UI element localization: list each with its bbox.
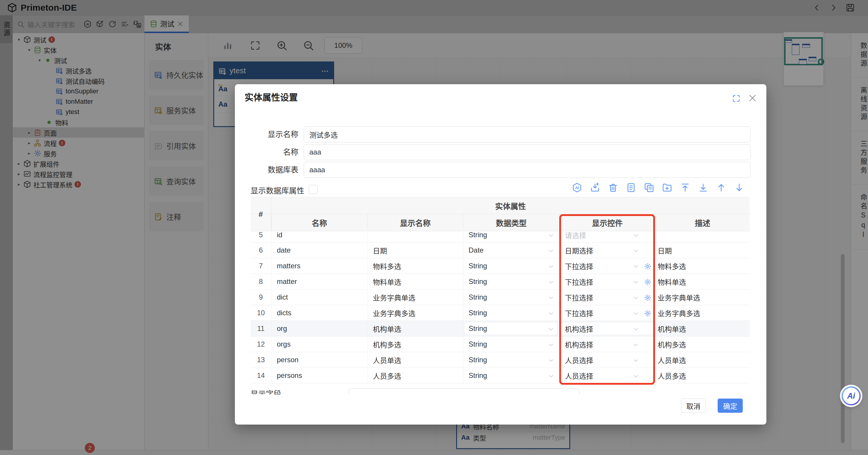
- table-row-dicts[interactable]: 10dicts业务字典多选String下拉选择业务字典多选: [251, 305, 750, 321]
- data-type-select[interactable]: String: [463, 274, 559, 289]
- attr-display-name-cell[interactable]: 人员多选: [367, 368, 463, 383]
- attr-display-name-cell[interactable]: [367, 228, 463, 242]
- data-type-select[interactable]: String: [463, 258, 559, 274]
- control-settings-gear-icon[interactable]: [644, 293, 651, 301]
- attr-display-name-cell[interactable]: 物料单选: [367, 274, 463, 289]
- display-control-select[interactable]: 机构选择: [559, 336, 655, 352]
- display-control-select[interactable]: 请选择: [559, 228, 655, 242]
- table-row-dict[interactable]: 9dict业务字典单选String下拉选择业务字典单选: [251, 290, 750, 305]
- display-control-select[interactable]: 机构选择: [559, 321, 655, 336]
- row-index: 10: [251, 305, 271, 321]
- data-type-select[interactable]: Date: [463, 243, 559, 258]
- folder-plus-button[interactable]: [662, 182, 673, 193]
- table-row-id[interactable]: 5idString请选择: [251, 231, 750, 243]
- attr-display-name-cell[interactable]: 机构单选: [367, 321, 463, 336]
- data-type-select[interactable]: String: [463, 368, 559, 383]
- cropped-field-input[interactable]: [349, 389, 580, 394]
- attr-name-cell[interactable]: persons: [271, 368, 367, 383]
- display-control-select[interactable]: 人员选择: [559, 368, 655, 383]
- table-row-org[interactable]: 11org机构单选String机构选择机构单选: [251, 321, 750, 336]
- control-settings-gear-icon[interactable]: [644, 309, 651, 317]
- gear-icon: [644, 294, 651, 301]
- data-type-select[interactable]: String: [463, 305, 559, 321]
- attr-display-name-cell[interactable]: 业务字典多选: [367, 305, 463, 321]
- display-control-select[interactable]: 下拉选择: [559, 305, 655, 321]
- attr-description-cell[interactable]: 人员单选: [655, 352, 750, 368]
- ok-button[interactable]: 确定: [718, 399, 743, 413]
- table-row-date[interactable]: 6date日期Date日期选择日期: [251, 243, 750, 258]
- arrow-up-button[interactable]: [716, 182, 726, 193]
- import-plus-button[interactable]: [590, 182, 600, 193]
- display-control-select[interactable]: 下拉选择: [559, 290, 655, 305]
- ai-hex-button[interactable]: AI: [572, 182, 582, 193]
- data-type-select[interactable]: String: [463, 321, 559, 336]
- attr-description-cell[interactable]: 机构单选: [655, 321, 750, 336]
- chevron-down-icon: [548, 247, 555, 254]
- attr-description-cell[interactable]: 物料多选: [655, 258, 750, 274]
- close-icon[interactable]: [748, 93, 757, 103]
- chevron-down-icon: [548, 232, 555, 239]
- table-row-orgs[interactable]: 12orgs机构多选String机构选择机构多选: [251, 336, 750, 352]
- display-control-select[interactable]: 人员选择: [559, 352, 655, 368]
- ai-assistant-button[interactable]: Ai: [842, 387, 861, 405]
- attr-display-name-cell[interactable]: 物料多选: [367, 258, 463, 274]
- data-type-select[interactable]: String: [463, 290, 559, 305]
- copy-button[interactable]: [644, 182, 654, 193]
- attr-description-cell[interactable]: 日期: [655, 243, 750, 258]
- cancel-button[interactable]: 取消: [681, 399, 706, 413]
- data-type-select[interactable]: String: [463, 228, 559, 242]
- row-index: 7: [251, 258, 271, 274]
- attr-name-cell[interactable]: id: [271, 228, 367, 242]
- trash-button[interactable]: [608, 182, 618, 193]
- display-control-select[interactable]: 下拉选择: [559, 258, 655, 274]
- table-row-persons[interactable]: 14persons人员多选String人员选择人员多选: [251, 368, 750, 384]
- table-row-person[interactable]: 13person人员单选String人员选择人员单选: [251, 352, 750, 368]
- display-control-select[interactable]: 日期选择: [559, 243, 655, 258]
- arrow-down-bar-icon: [698, 182, 709, 193]
- table-row-matter[interactable]: 8matter物料单选String下拉选择物料单选: [251, 274, 750, 290]
- app-root: Primeton-IDE 资源 输入关键字搜索 AI ▾测试!▾实体▾测试测试多…: [0, 0, 868, 455]
- arrow-up-bar-icon: [680, 182, 690, 193]
- show-db-attr-checkbox[interactable]: [309, 185, 318, 194]
- db-table-label: 数据库表: [235, 162, 299, 178]
- arrow-up-bar-button[interactable]: [680, 182, 690, 193]
- attr-name-cell[interactable]: matter: [271, 274, 367, 289]
- chevron-down-icon: [632, 357, 639, 364]
- data-type-select[interactable]: String: [463, 352, 559, 368]
- arrow-up-icon: [716, 182, 726, 193]
- chevron-down-icon: [632, 279, 639, 286]
- attr-display-name-cell[interactable]: 业务字典单选: [367, 290, 463, 305]
- attr-name-cell[interactable]: org: [271, 321, 367, 336]
- chevron-down-icon: [548, 294, 555, 301]
- display-control-select[interactable]: 下拉选择: [559, 274, 655, 289]
- display-name-field[interactable]: 测试多选: [304, 126, 750, 143]
- attr-name-cell[interactable]: orgs: [271, 336, 367, 352]
- attr-display-name-cell[interactable]: 人员单选: [367, 352, 463, 368]
- arrow-down-bar-button[interactable]: [698, 182, 709, 193]
- trash-icon: [608, 182, 618, 193]
- attr-name-cell[interactable]: dicts: [271, 305, 367, 321]
- control-settings-gear-icon[interactable]: [644, 262, 651, 270]
- fullscreen-icon: [732, 94, 741, 103]
- attr-name-cell[interactable]: date: [271, 243, 367, 258]
- attr-name-cell[interactable]: matters: [271, 258, 367, 274]
- name-field[interactable]: aaa: [304, 144, 750, 160]
- attr-display-name-cell[interactable]: 日期: [367, 243, 463, 258]
- attr-name-cell[interactable]: person: [271, 352, 367, 368]
- document-button[interactable]: [626, 182, 637, 193]
- attr-description-cell[interactable]: 机构多选: [655, 336, 750, 352]
- attr-description-cell[interactable]: 业务字典单选: [655, 290, 750, 305]
- data-type-select[interactable]: String: [463, 336, 559, 352]
- attr-description-cell[interactable]: 业务字典多选: [655, 305, 750, 321]
- attr-description-cell[interactable]: [655, 228, 750, 242]
- table-row-matters[interactable]: 7matters物料多选String下拉选择物料多选: [251, 258, 750, 274]
- arrow-down-button[interactable]: [734, 182, 745, 193]
- control-settings-gear-icon[interactable]: [644, 277, 651, 286]
- fullscreen-icon[interactable]: [732, 94, 741, 103]
- attr-name-cell[interactable]: dict: [271, 290, 367, 305]
- attr-description-cell[interactable]: 人员多选: [655, 368, 750, 383]
- db-table-field[interactable]: aaaa: [304, 162, 750, 178]
- attr-display-name-cell[interactable]: 机构多选: [367, 336, 463, 352]
- attr-description-cell[interactable]: 物料单选: [655, 274, 750, 289]
- entity-properties-dialog: 实体属性设置 显示名称 测试多选 名称 aaa 数据库表 aaaa 显示数据库属…: [235, 84, 766, 425]
